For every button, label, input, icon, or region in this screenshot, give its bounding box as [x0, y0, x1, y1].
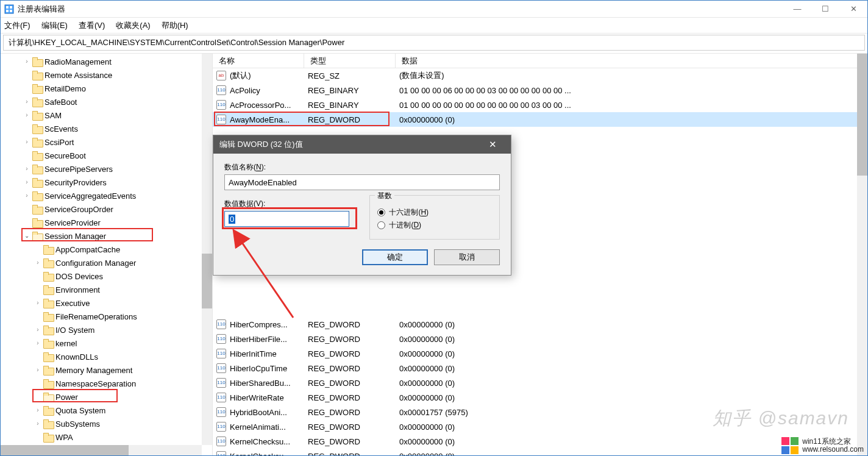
column-headers[interactable]: 名称 类型 数据 — [213, 54, 867, 68]
tree-node-securepipeservers[interactable]: ›SecurePipeServers — [1, 162, 212, 176]
radio-hex[interactable]: 十六进制(H) — [377, 207, 492, 218]
tree-v-scrollbar[interactable] — [202, 54, 212, 445]
tree-node-wpa[interactable]: WPA — [1, 430, 212, 444]
value-data-input[interactable]: 0 — [224, 211, 349, 227]
address-bar[interactable]: 计算机\HKEY_LOCAL_MACHINE\SYSTEM\CurrentCon… — [3, 35, 865, 51]
chevron-down-icon[interactable]: ⌄ — [23, 232, 31, 239]
list-row[interactable]: 110AcPolicyREG_BINARY01 00 00 00 06 00 0… — [213, 83, 867, 98]
tree-node-label: RadioManagement — [44, 57, 112, 66]
tree-node-executive[interactable]: ›Executive — [1, 296, 212, 310]
tree-node-sam[interactable]: ›SAM — [1, 109, 212, 122]
list-row[interactable]: 110HiberSharedBu...REG_DWORD0x00000000 (… — [213, 376, 867, 390]
chevron-right-icon[interactable]: › — [23, 138, 31, 145]
list-row[interactable]: 110HiberWriteRateREG_DWORD0x00000000 (0) — [213, 390, 867, 405]
tree-node-filerenameoperations[interactable]: FileRenameOperations — [1, 310, 212, 323]
tree-node-appcompatcache[interactable]: AppCompatCache — [1, 243, 212, 256]
chevron-right-icon[interactable]: › — [23, 98, 31, 105]
menu-view[interactable]: 查看(V) — [79, 20, 105, 31]
tree-node-retaildemo[interactable]: RetailDemo — [1, 82, 212, 95]
tree-node-configuration-manager[interactable]: ›Configuration Manager — [1, 256, 212, 269]
tree-node-namespaceseparation[interactable]: NamespaceSeparation — [1, 377, 212, 390]
list-row[interactable]: 110AwayModeEna...REG_DWORD0x00000000 (0) — [213, 112, 867, 127]
menu-edit[interactable]: 编辑(E) — [41, 20, 68, 31]
list-row[interactable] — [213, 302, 867, 317]
folder-icon — [43, 433, 53, 441]
tree-node-servicegrouporder[interactable]: ServiceGroupOrder — [1, 202, 212, 216]
maximize-button[interactable]: ☐ — [811, 1, 839, 18]
tree-node-scsiport[interactable]: ›ScsiPort — [1, 135, 212, 149]
chevron-right-icon[interactable]: › — [23, 192, 31, 199]
tree-node-scevents[interactable]: ScEvents — [1, 122, 212, 135]
chevron-right-icon[interactable]: › — [23, 179, 31, 185]
tree-node-session-manager[interactable]: ⌄Session Manager — [1, 229, 212, 243]
tree-pane[interactable]: ›RadioManagementRemote AssistanceRetailD… — [1, 54, 213, 455]
tree-node-remote-assistance[interactable]: Remote Assistance — [1, 68, 212, 82]
tree-node-label: kernel — [55, 339, 77, 348]
tree-node-serviceaggregatedevents[interactable]: ›ServiceAggregatedEvents — [1, 189, 212, 202]
list-v-scrollbar[interactable] — [857, 54, 867, 455]
tree-node-safeboot[interactable]: ›SafeBoot — [1, 95, 212, 109]
tree-h-thumb[interactable] — [1, 445, 129, 455]
list-row[interactable]: ab(默认)REG_SZ(数值未设置) — [213, 68, 867, 83]
chevron-right-icon[interactable]: › — [34, 259, 42, 266]
tree-node-secureboot[interactable]: SecureBoot — [1, 149, 212, 162]
row-type: REG_DWORD — [304, 452, 396, 456]
row-data: (数值未设置) — [396, 70, 867, 81]
list-row[interactable]: 110HybridBootAni...REG_DWORD0x00001757 (… — [213, 405, 867, 419]
chevron-right-icon[interactable]: › — [34, 407, 42, 413]
list-row[interactable]: 110HiberHiberFile...REG_DWORD0x00000000 … — [213, 332, 867, 346]
chevron-right-icon[interactable]: › — [23, 58, 31, 65]
row-name: HiberWriteRate — [230, 393, 284, 402]
reg-binary-icon: 110 — [216, 451, 226, 455]
tree-node-memory-management[interactable]: ›Memory Management — [1, 363, 212, 377]
value-name-input[interactable]: AwayModeEnabled — [224, 174, 500, 190]
tree-node-serviceprovider[interactable]: ServiceProvider — [1, 216, 212, 229]
tree-node-subsystems[interactable]: ›SubSystems — [1, 417, 212, 430]
minimize-button[interactable]: — — [783, 1, 811, 18]
folder-icon — [32, 218, 42, 227]
tree-node-quota-system[interactable]: ›Quota System — [1, 404, 212, 417]
dialog-titlebar[interactable]: 编辑 DWORD (32 位)值 ✕ — [213, 135, 511, 154]
tree-node-label: Quota System — [55, 406, 105, 415]
radio-dec[interactable]: 十进制(D) — [377, 220, 492, 230]
close-button[interactable]: ✕ — [839, 1, 867, 18]
chevron-right-icon[interactable]: › — [34, 420, 42, 427]
folder-icon — [32, 111, 42, 119]
menu-help[interactable]: 帮助(H) — [162, 20, 188, 31]
tree-node-knowndlls[interactable]: KnownDLLs — [1, 350, 212, 363]
list-row[interactable]: 110HiberCompres...REG_DWORD0x00000000 (0… — [213, 317, 867, 332]
list-row[interactable]: 110KernelChecksu...REG_DWORD0x00000000 (… — [213, 449, 867, 455]
tree-node-i-o-system[interactable]: ›I/O System — [1, 323, 212, 337]
list-v-thumb[interactable] — [857, 54, 867, 176]
list-row[interactable]: 110HiberIoCpuTimeREG_DWORD0x00000000 (0) — [213, 361, 867, 376]
chevron-right-icon[interactable]: › — [23, 112, 31, 118]
tree-node-kernel[interactable]: ›kernel — [1, 337, 212, 350]
tree-node-radiomanagement[interactable]: ›RadioManagement — [1, 55, 212, 68]
cancel-button[interactable]: 取消 — [434, 249, 500, 265]
chevron-right-icon[interactable]: › — [23, 165, 31, 172]
list-row[interactable]: 110HiberInitTimeREG_DWORD0x00000000 (0) — [213, 346, 867, 361]
folder-icon — [32, 98, 42, 106]
tree-node-dos-devices[interactable]: DOS Devices — [1, 269, 212, 283]
list-row[interactable]: 110AcProcessorPo...REG_BINARY01 00 00 00… — [213, 98, 867, 112]
tree-h-scrollbar[interactable] — [1, 445, 202, 455]
chevron-right-icon[interactable]: › — [34, 366, 42, 373]
list-row[interactable]: 110KernelAnimati...REG_DWORD0x00000000 (… — [213, 419, 867, 434]
titlebar[interactable]: 注册表编辑器 — ☐ ✕ — [1, 1, 867, 18]
ok-button[interactable]: 确定 — [362, 249, 428, 265]
list-row[interactable]: 110KernelChecksu...REG_DWORD0x00000000 (… — [213, 434, 867, 449]
menu-favorites[interactable]: 收藏夹(A) — [116, 20, 150, 31]
chevron-right-icon[interactable]: › — [34, 299, 42, 306]
tree-node-power[interactable]: Power — [1, 390, 212, 404]
col-name[interactable]: 名称 — [213, 54, 304, 68]
tree-node-securityproviders[interactable]: ›SecurityProviders — [1, 176, 212, 189]
menu-file[interactable]: 文件(F) — [4, 20, 30, 31]
chevron-right-icon[interactable]: › — [34, 326, 42, 333]
list-row[interactable] — [213, 288, 867, 302]
tree-v-thumb[interactable] — [202, 254, 212, 308]
tree-node-environment[interactable]: Environment — [1, 283, 212, 296]
col-data[interactable]: 数据 — [396, 54, 867, 68]
col-type[interactable]: 类型 — [304, 54, 396, 68]
chevron-right-icon[interactable]: › — [34, 340, 42, 346]
dialog-close-button[interactable]: ✕ — [480, 139, 505, 150]
